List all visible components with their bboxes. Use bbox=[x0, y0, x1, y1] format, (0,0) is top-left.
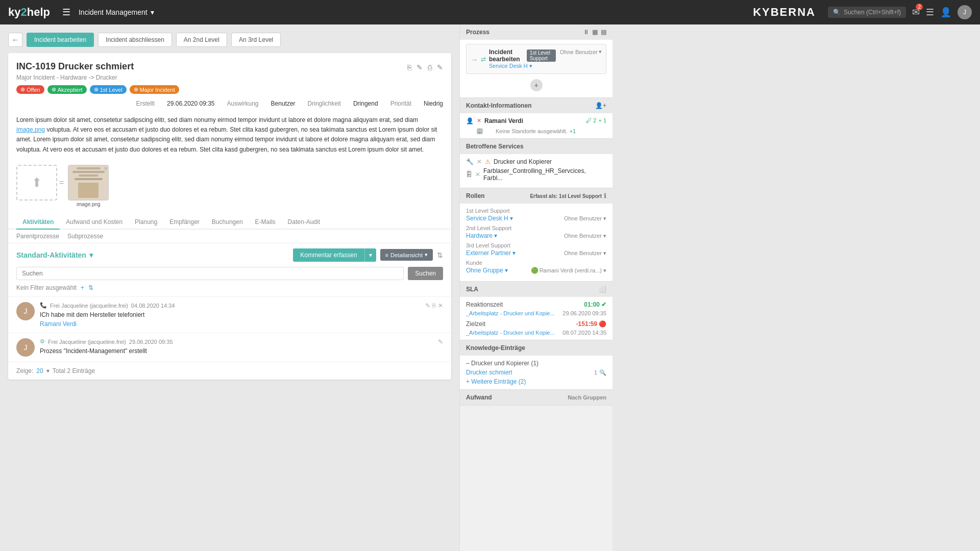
prozess-add-button[interactable]: + bbox=[530, 79, 543, 91]
remove-service-2-icon[interactable]: ✕ bbox=[475, 171, 480, 178]
delete-activity-icon[interactable]: ✕ bbox=[438, 302, 443, 309]
prozess-section: Prozess ⏸ ▦ ▤ → ⇄ Incident bearbeiten bbox=[460, 24, 612, 98]
rollen-link-4[interactable]: Ohne Gruppe ▾ bbox=[466, 267, 508, 274]
copy-activity-icon[interactable]: ⎘ bbox=[432, 302, 436, 309]
sla-expand-icon[interactable]: ⬜ bbox=[599, 286, 606, 293]
activity-search-button[interactable]: Suchen bbox=[408, 267, 443, 280]
tab-aufwand[interactable]: Aufwand und Kosten bbox=[60, 215, 129, 230]
attachment-remove-icon[interactable]: ✕ bbox=[104, 166, 108, 171]
user-icon[interactable]: 👤 bbox=[940, 7, 951, 18]
rollen-link-1[interactable]: Service Desk H ▾ bbox=[466, 215, 513, 222]
sla-sub-link-2[interactable]: _Arbeitsplatz - Drucker und Kopie... bbox=[466, 330, 555, 336]
more-icon[interactable]: ✎ bbox=[437, 63, 443, 71]
kontakt-location-add[interactable]: +1 bbox=[570, 128, 576, 134]
tab-2nd-level[interactable]: An 2nd Level bbox=[176, 33, 227, 47]
attachments: ⬆ = ✕ image.png bbox=[8, 161, 451, 211]
kommentar-button[interactable]: Kommentar erfassen bbox=[293, 248, 364, 262]
kontakt-add-badge[interactable]: + 1 bbox=[598, 117, 606, 123]
rollen-row-3: 3rd Level Support Externer Partner ▾ Ohn… bbox=[466, 242, 606, 257]
filter-sort-icon[interactable]: ⇅ bbox=[88, 284, 93, 291]
tag-offen: ⊗ Offen bbox=[16, 85, 44, 94]
module-selector[interactable]: Incident Management ▾ bbox=[79, 8, 154, 16]
chevron-down-icon: ▾ bbox=[603, 233, 606, 239]
mail-icon[interactable]: ✉ 2 bbox=[912, 7, 920, 18]
knowledge-more[interactable]: + Weitere Einträge (2) bbox=[466, 378, 606, 385]
kontakt-header: Kontakt-Informationen 👤+ bbox=[460, 98, 612, 113]
subtab-parentprozesse[interactable]: Parentprozesse bbox=[16, 233, 59, 240]
image-link[interactable]: image.png bbox=[16, 126, 45, 133]
tab-daten-audit[interactable]: Daten-Audit bbox=[282, 215, 326, 230]
grid-icon[interactable]: ▦ bbox=[592, 29, 598, 36]
show-count[interactable]: 20 bbox=[36, 367, 43, 374]
rollen-level-4: Kunde bbox=[466, 260, 606, 266]
rollen-item-4: Ohne Gruppe ▾ 🟢 Ramani Verdi (verdi.ra..… bbox=[466, 267, 606, 274]
remove-kontakt-icon[interactable]: ✕ bbox=[477, 117, 481, 124]
activity-avatar-1: J bbox=[16, 302, 35, 320]
rollen-link-3[interactable]: Externer Partner ▾ bbox=[466, 249, 516, 257]
topnav-icons: ✉ 2 ☰ 👤 J bbox=[912, 5, 972, 19]
chat-icon[interactable]: ☰ bbox=[926, 7, 934, 18]
back-button[interactable]: ← bbox=[8, 33, 22, 47]
activity-search-input[interactable] bbox=[16, 267, 404, 280]
filter-add-icon[interactable]: + bbox=[81, 284, 84, 291]
chevron-down-icon: ▾ bbox=[494, 232, 497, 239]
avatar[interactable]: J bbox=[958, 5, 972, 19]
remove-service-1-icon[interactable]: ✕ bbox=[477, 158, 482, 165]
add-kontakt-icon[interactable]: 👤+ bbox=[595, 102, 606, 109]
rollen-row-1: 1st Level Support Service Desk H ▾ Ohne … bbox=[466, 208, 606, 222]
pause-icon[interactable]: ⏸ bbox=[583, 29, 589, 36]
tab-buchungen[interactable]: Buchungen bbox=[206, 215, 249, 230]
rollen-link-2[interactable]: Hardware ▾ bbox=[466, 232, 497, 239]
knowledge-count-row: 1 🔍 bbox=[594, 369, 606, 376]
tab-emails[interactable]: E-Mails bbox=[249, 215, 282, 230]
hamburger-icon[interactable]: ☰ bbox=[62, 7, 70, 18]
rollen-info-icon[interactable]: ℹ bbox=[604, 192, 606, 199]
chevron-down-icon: ▾ bbox=[46, 367, 50, 374]
prozess-card: → ⇄ Incident bearbeiten 1st Level Suppor… bbox=[466, 44, 606, 74]
copy-icon[interactable]: ⎘ bbox=[407, 63, 411, 71]
subtab-subprozesse[interactable]: Subprozesse bbox=[67, 233, 103, 240]
tab-planung[interactable]: Planung bbox=[129, 215, 163, 230]
rollen-value-3: Ohne Benutzer ▾ bbox=[564, 250, 606, 257]
tab-incident-bearbeiten[interactable]: Incident bearbeiten bbox=[27, 33, 94, 47]
database-icon: 🗄 bbox=[466, 171, 472, 178]
total-entries: Total 2 Einträge bbox=[53, 367, 95, 374]
edit-icon[interactable]: ✎ bbox=[416, 63, 423, 71]
rollen-header: Rollen Erfasst als: 1st Level Support ℹ bbox=[460, 188, 612, 204]
kontakt-edit-badge[interactable]: 🖊 2 bbox=[586, 117, 596, 123]
detailansicht-button[interactable]: ≡ Detailansicht ▾ bbox=[380, 249, 433, 261]
edit-activity-icon[interactable]: ✎ bbox=[425, 302, 430, 309]
attachment-filename: image.png bbox=[68, 202, 109, 207]
print-icon[interactable]: ⎙ bbox=[428, 63, 432, 71]
list-icon: ≡ bbox=[385, 252, 388, 258]
tab-aktivitaeten[interactable]: Aktivitäten bbox=[16, 215, 60, 230]
services-content: 🔧 ✕ ⚠ Drucker und Kopierer 🗄 ✕ Farblaser… bbox=[460, 154, 612, 188]
prozess-sub-link[interactable]: Service Desk H ▾ bbox=[489, 63, 556, 69]
services-header: Betroffene Services bbox=[460, 139, 612, 154]
upload-button[interactable]: ⬆ bbox=[16, 165, 57, 201]
attachment-preview bbox=[68, 165, 109, 201]
rollen-section: Rollen Erfasst als: 1st Level Support ℹ … bbox=[460, 188, 612, 282]
app-logo[interactable]: ky2help bbox=[8, 6, 50, 19]
sla-sub-link-1[interactable]: _Arbeitsplatz - Drucker und Kopie... bbox=[466, 310, 555, 316]
sla-label-2: Zielzeit bbox=[466, 320, 485, 328]
sort-icon[interactable]: ⇅ bbox=[437, 251, 443, 259]
activity-meta-2: ⚙ Frei Jacqueline (jacqueline.frei) 29.0… bbox=[40, 338, 443, 345]
table-icon[interactable]: ▤ bbox=[601, 29, 606, 36]
brand-logo: KYBERNA bbox=[753, 6, 816, 19]
service-name-2: Farblaser_Controlling_HR_Servcices, Farb… bbox=[483, 167, 606, 182]
tab-incident-abschliessen[interactable]: Incident abschliessen bbox=[98, 33, 172, 47]
incident-card: INC-1019 Drucker schmiert Major Incident… bbox=[8, 53, 451, 380]
activity-item-2: J ⚙ Frei Jacqueline (jacqueline.frei) 29… bbox=[8, 333, 451, 362]
tab-empfaenger[interactable]: Empfänger bbox=[163, 215, 206, 230]
edit-activity2-icon[interactable]: ✎ bbox=[438, 338, 443, 345]
activity-user-link-1[interactable]: Ramani Verdi bbox=[40, 320, 443, 328]
erstellt-value: 29.06.2020 09:35 bbox=[167, 100, 214, 107]
wrench-icon: 🔧 bbox=[466, 158, 474, 165]
rollen-row-2: 2nd Level Support Hardware ▾ Ohne Benutz… bbox=[466, 225, 606, 239]
main-wrapper: ← Incident bearbeiten Incident abschlies… bbox=[0, 24, 980, 551]
kommentar-split-icon[interactable]: ▾ bbox=[364, 248, 376, 262]
search-bar[interactable]: 🔍 Suchen (Ctrl+Shift+f) bbox=[828, 7, 906, 18]
knowledge-entry-link[interactable]: Drucker schmiert bbox=[466, 369, 512, 376]
tab-3rd-level[interactable]: An 3rd Level bbox=[231, 33, 281, 47]
